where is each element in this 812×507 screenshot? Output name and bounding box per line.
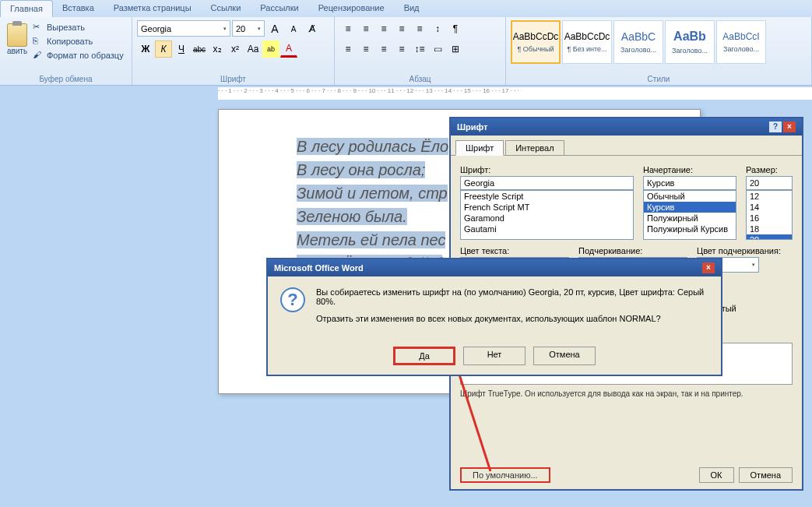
ribbon: авить ✂Вырезать ⎘Копировать 🖌Формат по о…	[0, 17, 812, 86]
close-icon[interactable]: ×	[783, 121, 796, 132]
list-item[interactable]: Gautami	[461, 224, 633, 234]
italic-button[interactable]: К	[155, 40, 172, 58]
sort-button[interactable]: ↕	[429, 20, 446, 37]
cancel-button[interactable]: Отмена	[739, 467, 793, 483]
list-item[interactable]: 18	[747, 224, 792, 234]
para-group-label: Абзац	[335, 75, 505, 83]
size-list[interactable]: 12 14 16 18 20	[746, 190, 793, 240]
list-item[interactable]: Freestyle Script	[461, 191, 633, 202]
tab-review[interactable]: Рецензирование	[309, 0, 395, 17]
tab-view[interactable]: Вид	[395, 0, 430, 17]
format-painter-button[interactable]: 🖌Формат по образцу	[30, 48, 127, 62]
style-no-spacing[interactable]: AaBbCcDc¶ Без инте...	[562, 20, 612, 64]
indent-dec-button[interactable]: ≡	[393, 20, 410, 37]
list-item[interactable]: Обычный	[644, 191, 736, 202]
dialog-titlebar[interactable]: Шрифт ? ×	[451, 118, 802, 136]
strike-button[interactable]: abc	[191, 40, 208, 58]
list-item[interactable]: 16	[747, 213, 792, 224]
list-item[interactable]: 12	[747, 191, 792, 202]
ribbon-tabs: Главная Вставка Разметка страницы Ссылки…	[0, 0, 812, 17]
paste-button[interactable]: авить	[5, 20, 30, 62]
indent-inc-button[interactable]: ≡	[411, 20, 428, 37]
list-item[interactable]: French Script MT	[461, 202, 633, 213]
show-marks-button[interactable]: ¶	[447, 20, 464, 37]
font-group-label: Шрифт	[132, 75, 334, 83]
align-left-button[interactable]: ≡	[339, 40, 357, 58]
text-line: В лесу родилась Ёло	[297, 138, 448, 155]
style-heading2[interactable]: AaBbЗаголово...	[665, 20, 715, 64]
cut-button[interactable]: ✂Вырезать	[30, 20, 127, 34]
ok-button[interactable]: ОК	[699, 467, 734, 483]
style-normal[interactable]: AaBbCcDc¶ Обычный	[511, 20, 561, 64]
help-icon[interactable]: ?	[769, 121, 782, 132]
list-item[interactable]: 14	[747, 202, 792, 213]
grow-font-button[interactable]: A	[266, 20, 283, 37]
no-button[interactable]: Нет	[463, 347, 526, 365]
dialog-title: Шрифт	[457, 122, 487, 132]
size-input[interactable]	[746, 176, 793, 190]
font-list[interactable]: Freestyle Script French Script MT Garamo…	[460, 190, 634, 240]
clear-formatting-button[interactable]: A̸	[304, 20, 321, 37]
format-painter-label: Формат по образцу	[47, 51, 124, 60]
copy-button[interactable]: ⎘Копировать	[30, 34, 127, 48]
cancel-button[interactable]: Отмена	[533, 347, 596, 365]
tab-interval[interactable]: Интервал	[505, 140, 564, 156]
list-item[interactable]: Полужирный Курсив	[644, 224, 736, 234]
list-item[interactable]: Курсив	[644, 202, 736, 213]
list-item[interactable]: Garamond	[461, 213, 633, 224]
color-label: Цвет текста:	[460, 246, 569, 255]
copy-icon: ⎘	[33, 36, 44, 47]
confirm-dialog: Microsoft Office Word × ? Вы собираетесь…	[266, 258, 722, 376]
styles-group-label: Стили	[506, 75, 811, 83]
question-icon: ?	[280, 287, 305, 312]
shading-button[interactable]: ▭	[429, 40, 446, 58]
list-item[interactable]: 20	[747, 234, 792, 240]
superscript-button[interactable]: x²	[227, 40, 244, 58]
font-size-value: 20	[236, 24, 245, 33]
align-center-button[interactable]: ≡	[357, 40, 374, 58]
underline-button[interactable]: Ч	[173, 40, 190, 58]
style-heading3[interactable]: AaBbCcIЗаголово...	[716, 20, 766, 64]
style-sample: AaBb	[673, 30, 706, 44]
highlight-button[interactable]: ab	[262, 40, 279, 58]
close-icon[interactable]: ×	[702, 262, 715, 273]
bold-button[interactable]: Ж	[137, 40, 154, 58]
style-list[interactable]: Обычный Курсив Полужирный Полужирный Кур…	[643, 190, 736, 240]
font-label: Шрифт:	[460, 165, 634, 174]
font-size-combo[interactable]: 20▾	[232, 20, 265, 37]
styles-gallery: AaBbCcDc¶ Обычный AaBbCcDc¶ Без инте... …	[511, 20, 807, 64]
tab-mail[interactable]: Рассылки	[251, 0, 308, 17]
change-case-button[interactable]: Aa	[244, 40, 262, 58]
borders-button[interactable]: ⊞	[447, 40, 464, 58]
tab-refs[interactable]: Ссылки	[202, 0, 251, 17]
tab-layout[interactable]: Разметка страницы	[104, 0, 202, 17]
font-color-button[interactable]: A	[280, 40, 297, 58]
font-input[interactable]	[460, 176, 634, 190]
bullets-button[interactable]: ≡	[339, 20, 357, 37]
style-name: Заголово...	[672, 47, 708, 55]
confirm-titlebar[interactable]: Microsoft Office Word ×	[268, 259, 721, 276]
cut-label: Вырезать	[47, 23, 85, 32]
style-name: Заголово...	[620, 46, 656, 54]
brush-icon: 🖌	[33, 50, 44, 61]
style-input[interactable]	[643, 176, 736, 190]
justify-button[interactable]: ≡	[393, 40, 410, 58]
text-line: Зимой и летом, стр	[297, 185, 448, 202]
numbering-button[interactable]: ≡	[357, 20, 374, 37]
font-name-combo[interactable]: Georgia▾	[137, 20, 230, 37]
tab-font[interactable]: Шрифт	[455, 140, 504, 156]
yes-button[interactable]: Да	[393, 347, 455, 365]
tab-home[interactable]: Главная	[0, 0, 53, 17]
style-name: ¶ Без инте...	[567, 45, 606, 53]
default-button[interactable]: По умолчанию...	[460, 467, 550, 483]
align-right-button[interactable]: ≡	[375, 40, 392, 58]
text-line: Метель ей пела пес	[297, 231, 445, 248]
copy-label: Копировать	[47, 37, 93, 46]
subscript-button[interactable]: x₂	[209, 40, 226, 58]
line-spacing-button[interactable]: ↕≡	[411, 40, 428, 58]
list-item[interactable]: Полужирный	[644, 213, 736, 224]
multilevel-button[interactable]: ≡	[375, 20, 392, 37]
tab-insert[interactable]: Вставка	[53, 0, 104, 17]
style-heading1[interactable]: AaBbCЗаголово...	[613, 20, 663, 64]
shrink-font-button[interactable]: A	[285, 20, 302, 37]
